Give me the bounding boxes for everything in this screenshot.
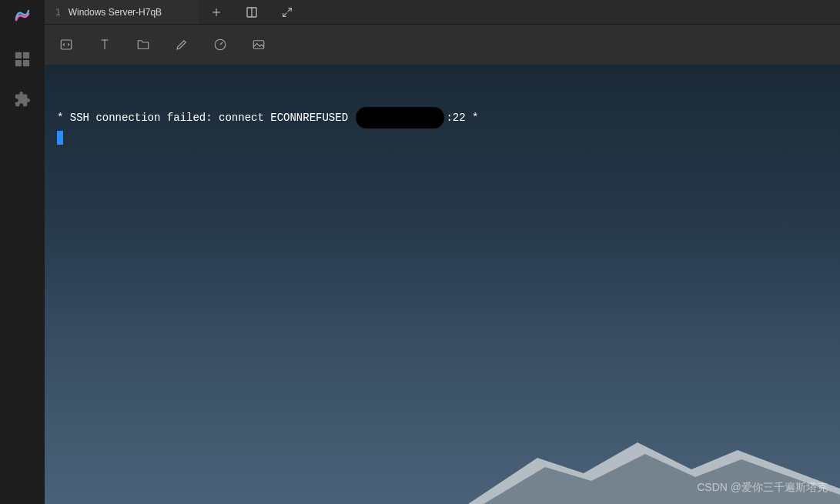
svg-marker-16	[468, 442, 840, 504]
watermark: CSDN @爱你三千遍斯塔克	[697, 481, 828, 495]
terminal-text-suffix: :22 *	[446, 110, 478, 125]
terminal-cursor-line	[57, 129, 828, 148]
extensions-icon[interactable]	[13, 90, 32, 108]
hosts-icon[interactable]	[13, 50, 32, 68]
pencil-icon	[175, 38, 189, 52]
terminal-text-prefix: * SSH connection failed: connect ECONNRE…	[57, 110, 354, 125]
tabbar-actions	[199, 0, 305, 25]
svg-rect-3	[23, 60, 29, 66]
gauge-icon	[213, 38, 227, 52]
svg-rect-2	[15, 60, 22, 66]
sidebar	[0, 0, 45, 504]
format-button[interactable]	[97, 37, 112, 52]
split-icon	[246, 6, 258, 18]
terminal-output-line: * SSH connection failed: connect ECONNRE…	[57, 107, 828, 129]
text-icon	[98, 38, 112, 52]
svg-marker-17	[484, 454, 840, 504]
svg-rect-0	[15, 52, 22, 58]
performance-button[interactable]	[213, 37, 228, 52]
toolbar	[45, 25, 840, 65]
main-area: 1 Windows Server-H7qB	[45, 0, 840, 504]
app-logo[interactable]	[0, 0, 45, 31]
plus-icon	[211, 7, 222, 18]
folder-icon	[136, 38, 150, 52]
session-tab[interactable]: 1 Windows Server-H7qB	[45, 0, 199, 24]
svg-rect-1	[23, 52, 29, 58]
logo-icon	[13, 6, 32, 25]
svg-line-8	[288, 8, 292, 12]
svg-line-9	[283, 12, 287, 16]
cursor	[57, 131, 63, 145]
svg-line-14	[220, 42, 223, 45]
fullscreen-button[interactable]	[269, 0, 305, 25]
code-snippet-button[interactable]	[59, 37, 74, 52]
edit-button[interactable]	[174, 37, 189, 52]
code-icon	[59, 38, 73, 52]
tab-index: 1	[55, 7, 61, 18]
background-mountain	[45, 435, 840, 504]
new-tab-button[interactable]	[199, 0, 234, 25]
tab-title: Windows Server-H7qB	[69, 7, 162, 18]
folder-button[interactable]	[136, 37, 151, 52]
image-button[interactable]	[251, 37, 266, 52]
redacted-ip	[356, 107, 444, 129]
tab-bar: 1 Windows Server-H7qB	[45, 0, 840, 25]
svg-rect-10	[61, 40, 72, 49]
split-pane-button[interactable]	[234, 0, 269, 25]
expand-icon	[281, 6, 293, 18]
terminal-area[interactable]: * SSH connection failed: connect ECONNRE…	[45, 65, 840, 504]
image-icon	[252, 38, 266, 52]
